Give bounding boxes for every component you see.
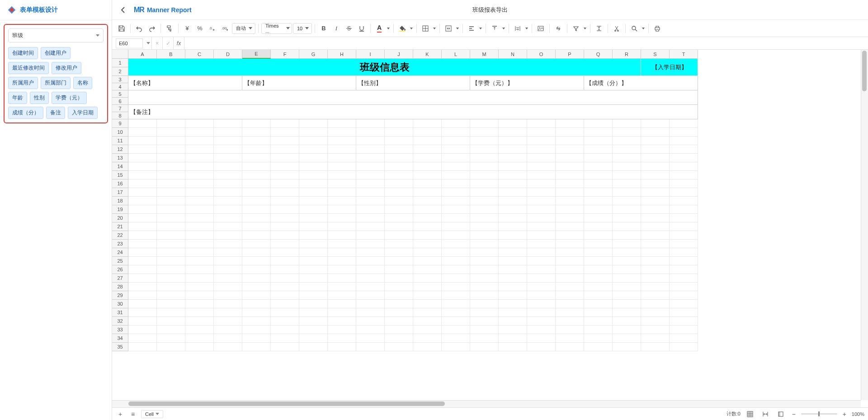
grid-cell[interactable] (356, 334, 385, 343)
grid-cell[interactable] (470, 334, 499, 343)
grid-cell[interactable] (413, 171, 442, 179)
grid-cell[interactable] (185, 257, 214, 265)
grid-cell[interactable] (470, 214, 499, 222)
grid-cell[interactable] (584, 265, 613, 274)
wrap-button[interactable] (512, 23, 524, 34)
grid-cell[interactable]: 【备注】 (128, 105, 698, 119)
grid-cell[interactable] (214, 119, 242, 128)
grid-cell[interactable] (641, 300, 670, 308)
column-header[interactable]: H (328, 50, 356, 59)
grid-cell[interactable] (214, 154, 242, 162)
grid-cell[interactable] (670, 265, 698, 274)
grid-cell[interactable] (385, 300, 413, 308)
grid-cell[interactable] (128, 205, 157, 214)
column-header[interactable]: Q (584, 50, 613, 59)
grid-cell[interactable] (214, 274, 242, 283)
grid-cell[interactable] (385, 205, 413, 214)
grid-cell[interactable] (157, 317, 185, 326)
grid-cell[interactable] (413, 231, 442, 240)
grid-cell[interactable] (356, 188, 385, 197)
grid-cell[interactable] (328, 317, 356, 326)
grid-cell[interactable] (385, 274, 413, 283)
title-cell[interactable]: 班级信息表 (128, 59, 641, 76)
grid-cell[interactable] (527, 205, 556, 214)
grid-cell[interactable] (499, 119, 527, 128)
grid-cell[interactable] (613, 222, 641, 231)
field-tag[interactable]: 创建时间 (8, 47, 38, 59)
grid-cell[interactable] (499, 334, 527, 343)
grid-cell[interactable] (385, 197, 413, 205)
grid-cell[interactable] (470, 257, 499, 265)
grid-cell[interactable] (613, 283, 641, 291)
grid-cell[interactable] (157, 179, 185, 188)
grid-cell[interactable] (670, 214, 698, 222)
row-height-button[interactable] (593, 23, 605, 34)
grid-cell[interactable] (214, 179, 242, 188)
grid-cell[interactable] (527, 317, 556, 326)
format-painter-button[interactable] (164, 23, 175, 34)
grid-cell[interactable] (242, 162, 271, 171)
column-header[interactable]: I (356, 50, 385, 59)
grid-cell[interactable] (613, 334, 641, 343)
grid-cell[interactable] (185, 248, 214, 257)
scrollbar-thumb[interactable] (862, 51, 867, 91)
fill-color-dropdown[interactable] (409, 23, 414, 34)
grid-cell[interactable] (328, 222, 356, 231)
grid-cell[interactable] (613, 214, 641, 222)
grid-cell[interactable] (556, 300, 584, 308)
formula-input[interactable] (184, 37, 868, 49)
grid-cell[interactable] (584, 214, 613, 222)
grid-cell[interactable] (157, 334, 185, 343)
grid-cell[interactable] (670, 343, 698, 351)
vertical-scrollbar[interactable] (861, 50, 868, 400)
grid-cell[interactable] (356, 300, 385, 308)
grid-cell[interactable] (584, 283, 613, 291)
grid-cell[interactable] (128, 137, 157, 145)
grid-cell[interactable] (128, 257, 157, 265)
grid-cell[interactable] (442, 283, 470, 291)
grid-cell[interactable] (328, 188, 356, 197)
row-header[interactable]: 29 (112, 291, 128, 300)
grid-cell[interactable] (299, 326, 328, 334)
grid-cell[interactable] (442, 300, 470, 308)
grid-cell[interactable] (128, 162, 157, 171)
grid-cell[interactable] (157, 343, 185, 351)
grid-cell[interactable] (214, 197, 242, 205)
grid-cell[interactable] (613, 137, 641, 145)
grid-cell[interactable] (356, 283, 385, 291)
grid-cell[interactable] (356, 119, 385, 128)
row-header[interactable]: 4 (112, 83, 128, 90)
grid-cell[interactable] (328, 248, 356, 257)
grid-cell[interactable] (356, 145, 385, 154)
grid-cell[interactable] (385, 171, 413, 179)
grid-cell[interactable] (670, 197, 698, 205)
grid-cell[interactable] (356, 308, 385, 317)
grid-cell[interactable] (470, 308, 499, 317)
grid-cell[interactable] (299, 222, 328, 231)
row-header[interactable]: 16 (112, 179, 128, 188)
grid-cell[interactable] (470, 326, 499, 334)
grid-cell[interactable] (356, 137, 385, 145)
grid-cell[interactable] (356, 343, 385, 351)
grid-cell[interactable] (670, 137, 698, 145)
grid-cell[interactable] (584, 222, 613, 231)
grid-cell[interactable] (271, 248, 299, 257)
grid-cell[interactable] (214, 283, 242, 291)
grid-cell[interactable] (584, 171, 613, 179)
grid-cell[interactable] (527, 283, 556, 291)
grid-cell[interactable] (556, 248, 584, 257)
grid-cell[interactable] (185, 119, 214, 128)
grid-cell[interactable] (584, 128, 613, 137)
grid-cell[interactable] (556, 197, 584, 205)
grid-cell[interactable] (613, 188, 641, 197)
grid-cell[interactable] (128, 171, 157, 179)
grid-cell[interactable] (356, 265, 385, 274)
grid-cell[interactable] (299, 162, 328, 171)
grid-cell[interactable] (670, 274, 698, 283)
grid-cell[interactable] (613, 205, 641, 214)
column-header[interactable]: K (413, 50, 442, 59)
grid-cell[interactable] (527, 179, 556, 188)
grid-cell[interactable] (356, 222, 385, 231)
grid-cell[interactable] (470, 317, 499, 326)
grid-cell[interactable] (185, 317, 214, 326)
